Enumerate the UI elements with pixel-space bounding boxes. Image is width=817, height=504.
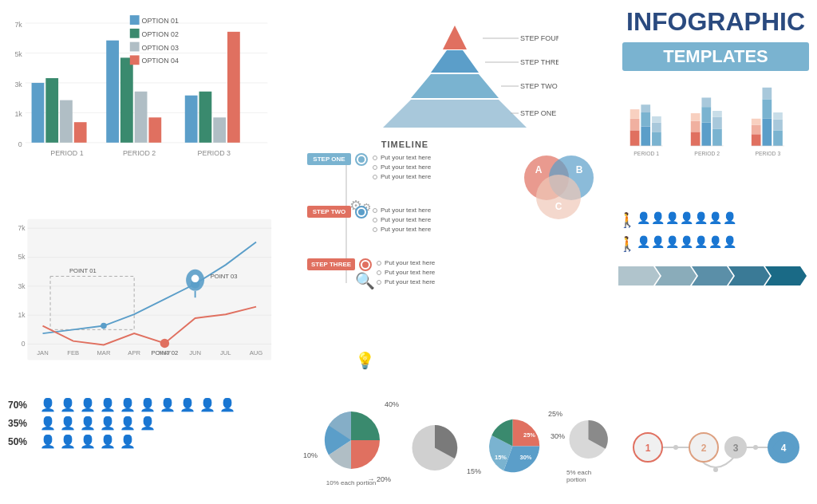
- svg-rect-46: [691, 113, 701, 121]
- gray-person: 👤: [80, 415, 96, 431]
- svg-marker-114: [618, 266, 660, 285]
- pie1-label-10: 10%: [303, 451, 318, 459]
- svg-rect-29: [130, 42, 140, 52]
- svg-text:2: 2: [701, 443, 707, 454]
- templates-badge: TEMPLATES: [622, 42, 809, 71]
- svg-rect-48: [701, 107, 711, 123]
- red-person: 👤: [40, 434, 56, 449]
- light-blue-person-icon: 👤: [665, 211, 679, 229]
- pie-gray2-label: 5% each portion: [566, 469, 610, 483]
- svg-rect-47: [701, 123, 711, 146]
- pie1-label-20: → 20%: [367, 475, 391, 483]
- svg-rect-60: [763, 88, 772, 100]
- svg-rect-21: [227, 32, 240, 143]
- blue-person: 👤: [40, 397, 56, 412]
- gray-person: 👤: [120, 415, 136, 431]
- line-chart-svg: 7k 5k 3k 1k 0 POINT 01 POINT 02: [8, 215, 283, 387]
- process-flow-svg: 1 2 3 4 4: [624, 408, 807, 487]
- pct-row-50: 50% 👤 👤 👤 👤 👤: [8, 434, 287, 449]
- svg-rect-31: [130, 55, 140, 65]
- svg-marker-70: [443, 26, 467, 49]
- gray-person: 👤: [219, 397, 235, 412]
- step-three-dot: [361, 260, 370, 270]
- bulb-icon: 💡: [355, 351, 375, 370]
- svg-text:1: 1: [645, 443, 651, 454]
- svg-text:OPTION 04: OPTION 04: [142, 57, 179, 65]
- svg-text:MAR: MAR: [97, 349, 110, 356]
- svg-rect-14: [106, 41, 119, 143]
- svg-rect-57: [752, 119, 761, 125]
- svg-text:POINT 01: POINT 01: [69, 267, 97, 274]
- blue-person: 👤: [60, 415, 76, 431]
- red-person-icon: 🚶: [618, 235, 636, 253]
- process-flow-section: 1 2 3 4 4: [614, 391, 817, 504]
- timeline-title: TIMELINE: [303, 140, 507, 149]
- svg-text:OPTION 01: OPTION 01: [142, 17, 179, 25]
- middle-section: STEP FOUR STEP THREE STEP TWO STEP ONE T…: [295, 0, 614, 391]
- pie2-label-25: 25%: [548, 410, 562, 418]
- svg-rect-20: [213, 117, 226, 143]
- red-person-icon: 👤: [637, 235, 650, 253]
- svg-text:JUN: JUN: [189, 349, 201, 356]
- blue-person: 👤: [100, 397, 116, 412]
- svg-rect-37: [641, 112, 650, 127]
- bar-chart-section: 7k 5k 3k 1k 0: [0, 0, 295, 207]
- svg-text:15%: 15%: [495, 454, 507, 461]
- svg-text:STEP TWO: STEP TWO: [520, 82, 558, 90]
- svg-text:25%: 25%: [523, 431, 535, 439]
- svg-text:7k: 7k: [14, 21, 22, 29]
- blue-person-icon: 👤: [651, 211, 665, 229]
- gray-person: 👤: [180, 397, 195, 412]
- svg-text:MAY: MAY: [158, 349, 171, 356]
- svg-rect-58: [763, 119, 772, 146]
- svg-text:JUL: JUL: [220, 349, 231, 356]
- pie1-label-40: 40%: [385, 400, 399, 408]
- pct-35-label: 35%: [8, 418, 36, 429]
- svg-rect-13: [74, 122, 87, 143]
- gray-person: 👤: [140, 415, 156, 431]
- svg-rect-61: [773, 131, 783, 147]
- svg-point-99: [160, 339, 169, 348]
- svg-rect-56: [752, 125, 761, 135]
- svg-text:A: A: [535, 164, 542, 175]
- svg-rect-62: [773, 120, 783, 131]
- red-person: 👤: [80, 434, 96, 449]
- svg-text:1k: 1k: [14, 110, 22, 118]
- svg-rect-38: [641, 104, 650, 112]
- timeline-step-three: STEP THREE Put your text here Put your t…: [307, 258, 507, 287]
- svg-rect-55: [752, 134, 761, 146]
- pie1-svg: [319, 408, 383, 472]
- svg-rect-36: [641, 127, 650, 146]
- infographic-title: INFOGRAPHIC: [622, 8, 809, 36]
- step-three-badge: STEP THREE: [307, 258, 355, 270]
- svg-rect-12: [60, 100, 73, 143]
- svg-text:JAN: JAN: [37, 349, 48, 356]
- pie-chart-gray: [411, 418, 459, 478]
- pyramid-svg: STEP FOUR STEP THREE STEP TWO STEP ONE: [351, 8, 558, 140]
- step-two-badge: STEP TWO: [307, 206, 351, 218]
- gray-person: 👤: [120, 397, 136, 412]
- svg-rect-10: [32, 83, 45, 143]
- blue-person: 👤: [40, 415, 56, 431]
- pale-blue-person-icon: 👤: [708, 211, 722, 229]
- svg-rect-49: [701, 98, 711, 108]
- svg-marker-116: [692, 266, 733, 285]
- pie2-label-15: 15%: [467, 467, 481, 475]
- svg-text:OPTION 02: OPTION 02: [142, 30, 179, 38]
- svg-rect-17: [148, 117, 161, 143]
- pie-gray2-svg: [566, 411, 610, 467]
- blue-person: 👤: [60, 397, 76, 412]
- svg-text:PERIOD 1: PERIOD 1: [50, 149, 83, 157]
- very-pale-red-icon: 👤: [723, 235, 736, 253]
- svg-point-104: [191, 275, 199, 283]
- light-blue-person-icon: 👤: [680, 211, 693, 229]
- svg-text:C: C: [555, 201, 562, 212]
- svg-marker-67: [411, 74, 499, 98]
- svg-text:B: B: [575, 164, 582, 175]
- svg-rect-18: [185, 96, 198, 143]
- step-three-content: Put your text here Put your text here Pu…: [377, 258, 435, 287]
- svg-text:5k: 5k: [18, 253, 26, 261]
- step-one-dot: [357, 155, 366, 164]
- pct-row-70: 70% 👤 👤 👤 👤 👤 👤 👤 👤 👤 👤: [8, 397, 287, 412]
- svg-text:PERIOD 2: PERIOD 2: [694, 151, 720, 156]
